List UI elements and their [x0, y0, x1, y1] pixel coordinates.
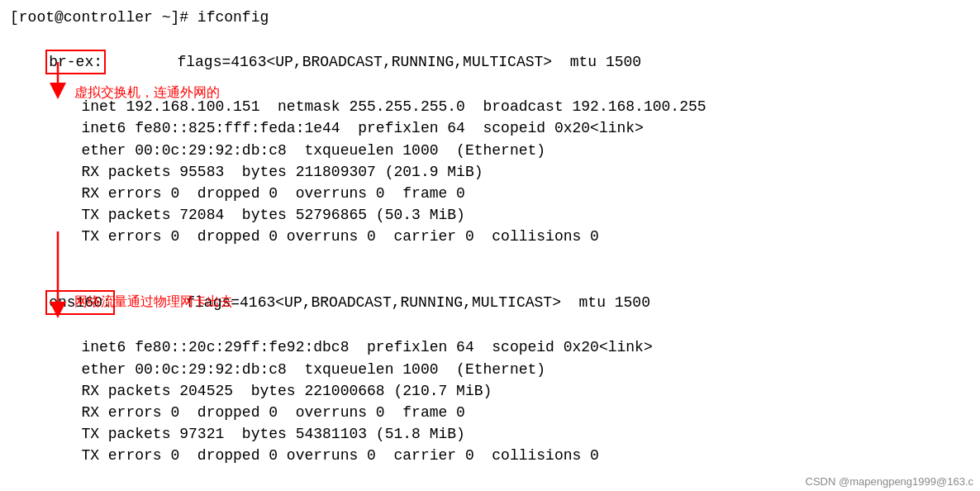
traffic-out-annotation: 网络流量通过物理网卡出去 [74, 293, 233, 311]
br-ex-tx-packets: TX packets 72084 bytes 52796865 (50.3 Mi… [10, 204, 970, 226]
ens160-ether: ether 00:0c:29:92:db:c8 txqueuelen 1000 … [10, 359, 970, 380]
br-ex-ether: ether 00:0c:29:92:db:c8 txqueuelen 1000 … [10, 140, 970, 161]
ens160-tx-packets: TX packets 97321 bytes 54381103 (51.8 Mi… [10, 423, 970, 445]
ens160-tx-errors: TX errors 0 dropped 0 overruns 0 carrier… [10, 445, 970, 466]
traffic-arrow [8, 231, 107, 347]
blank-line [10, 247, 970, 269]
br-ex-rx-errors: RX errors 0 dropped 0 overruns 0 frame 0 [10, 183, 970, 204]
virtual-switch-arrow [8, 45, 107, 145]
br-ex-inet6: inet6 fe80::825:fff:feda:1e44 prefixlen … [10, 117, 970, 139]
terminal-window: [root@controller ~]# ifconfig br-ex: fla… [0, 0, 980, 491]
br-ex-rx-packets: RX packets 95583 bytes 211809307 (201.9 … [10, 161, 970, 183]
ens160-rx-errors: RX errors 0 dropped 0 overruns 0 frame 0 [10, 402, 970, 423]
ens160-rx-packets: RX packets 204525 bytes 221000668 (210.7… [10, 380, 970, 402]
br-ex-flags: flags=4163<UP,BROADCAST,RUNNING,MULTICAS… [106, 54, 641, 70]
br-ex-tx-errors: TX errors 0 dropped 0 overruns 0 carrier… [10, 226, 970, 247]
prompt-line: [root@controller ~]# ifconfig [10, 7, 970, 28]
watermark: CSDN @mapengpeng1999@163.c [806, 475, 973, 488]
ens160-inet6: inet6 fe80::20c:29ff:fe92:dbc8 prefixlen… [10, 336, 970, 358]
